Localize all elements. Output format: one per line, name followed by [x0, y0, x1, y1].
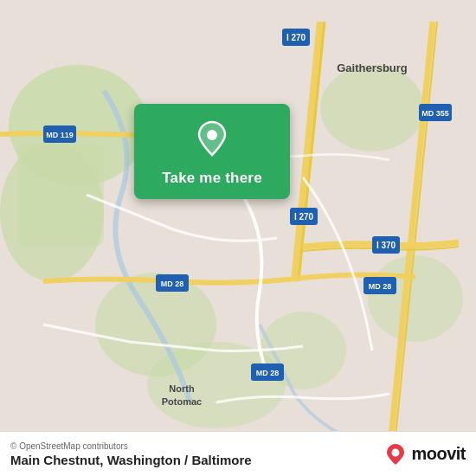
- svg-text:North: North: [169, 383, 195, 394]
- location-title: Main Chestnut, Washington / Baltimore: [10, 453, 252, 467]
- svg-point-8: [147, 342, 286, 428]
- svg-text:MD 28: MD 28: [256, 369, 280, 377]
- svg-text:Gaithersburg: Gaithersburg: [337, 61, 408, 74]
- svg-text:MD 119: MD 119: [46, 131, 74, 139]
- svg-text:MD 28: MD 28: [161, 280, 184, 288]
- moovit-logo: moovit: [383, 442, 466, 466]
- location-pin-icon: [193, 119, 231, 158]
- take-me-button[interactable]: Take me there: [162, 170, 262, 187]
- osm-attribution: © OpenStreetMap contributors: [10, 441, 252, 451]
- svg-rect-7: [17, 143, 104, 247]
- svg-text:Potomac: Potomac: [162, 396, 202, 407]
- svg-point-5: [368, 255, 463, 342]
- svg-text:I 270: I 270: [294, 212, 314, 222]
- map-container: I 270 I 270 I 370 MD 355 MD 119 MD 28 MD…: [0, 0, 476, 476]
- svg-point-6: [320, 65, 424, 151]
- svg-text:MD 28: MD 28: [369, 282, 392, 291]
- svg-text:I 270: I 270: [286, 33, 306, 42]
- map-background: I 270 I 270 I 370 MD 355 MD 119 MD 28 MD…: [0, 0, 476, 476]
- svg-point-29: [392, 448, 400, 456]
- bottom-bar: © OpenStreetMap contributors Main Chestn…: [0, 431, 476, 476]
- moovit-brand-text: moovit: [411, 444, 466, 464]
- moovit-pin-icon: [383, 442, 408, 466]
- take-me-card[interactable]: Take me there: [134, 104, 290, 199]
- svg-text:MD 355: MD 355: [421, 109, 449, 118]
- bottom-left: © OpenStreetMap contributors Main Chestn…: [10, 441, 252, 467]
- svg-point-28: [207, 130, 217, 140]
- svg-text:I 370: I 370: [376, 241, 396, 250]
